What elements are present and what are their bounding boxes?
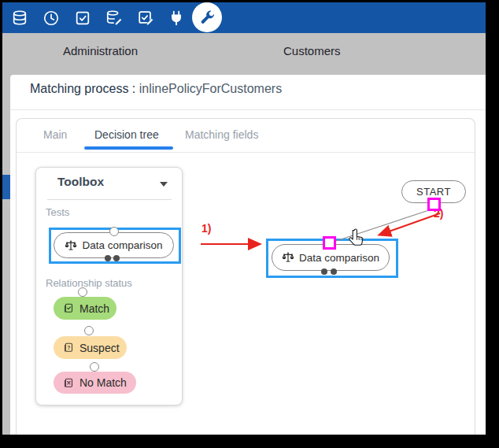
tab-main[interactable]: Main xyxy=(43,128,67,141)
breadcrumb-bar: Administration Customers xyxy=(2,33,486,69)
start-node-label: START xyxy=(416,186,451,198)
tab-matching-fields[interactable]: Matching fields xyxy=(185,128,258,141)
no-match-input-port[interactable] xyxy=(90,362,99,372)
database-edit-icon[interactable] xyxy=(105,9,123,27)
clock-icon[interactable] xyxy=(43,9,60,27)
wrench-tool-active-button[interactable] xyxy=(192,2,222,32)
toolbox-divider xyxy=(47,199,172,200)
toolbox-data-comparison-label: Data comparison xyxy=(82,239,162,251)
toolbox-dc-output-dot-left xyxy=(105,255,111,261)
canvas-dc-output-dot-left xyxy=(321,268,327,275)
tab-decision-tree[interactable]: Decision tree xyxy=(94,128,159,141)
canvas-start-node[interactable]: START xyxy=(401,180,466,203)
breadcrumb-customers[interactable]: Customers xyxy=(283,44,341,57)
toolbox-no-match-node[interactable]: No Match xyxy=(54,372,136,394)
scale-icon xyxy=(65,239,77,252)
database-icon[interactable] xyxy=(11,9,28,27)
tab-row-divider xyxy=(17,152,475,153)
annotation-step-2: 2) xyxy=(434,207,443,220)
match-input-port[interactable] xyxy=(78,287,87,297)
toolbox-dc-output-dot-right xyxy=(113,255,120,261)
annotation-step-1: 1) xyxy=(201,222,211,235)
suspect-input-port[interactable] xyxy=(84,326,94,335)
no-match-label: No Match xyxy=(79,376,127,389)
suspect-label: Suspect xyxy=(79,342,120,354)
top-navigation-bar xyxy=(2,2,486,33)
breadcrumb-administration[interactable]: Administration xyxy=(63,44,138,57)
canvas-data-comparison-label: Data comparison xyxy=(299,252,379,264)
toolbox-suspect-node[interactable]: ? Suspect xyxy=(54,336,127,359)
match-record-icon xyxy=(62,302,74,314)
plug-icon[interactable] xyxy=(168,9,185,27)
tasks-icon[interactable] xyxy=(74,9,91,27)
svg-text:?: ? xyxy=(67,345,70,350)
active-tab-underline xyxy=(84,146,173,150)
no-match-record-icon xyxy=(62,377,74,389)
collapse-caret-icon[interactable] xyxy=(160,182,168,187)
relationship-section-label: Relationship status xyxy=(46,277,132,289)
canvas-dc-output-dot-right xyxy=(331,268,337,275)
form-edit-icon[interactable] xyxy=(137,9,154,27)
match-label: Match xyxy=(79,302,109,315)
app-window: Administration Customers Matching proces… xyxy=(2,2,486,435)
toolbox-dc-input-port[interactable] xyxy=(109,227,119,236)
left-strip-blue-indicator xyxy=(2,175,10,199)
page-title: Matching process : inlinePolicyForCustom… xyxy=(30,82,282,96)
suspect-record-icon: ? xyxy=(62,342,74,354)
tests-section-label: Tests xyxy=(46,206,69,218)
canvas-data-comparison-node[interactable]: Data comparison xyxy=(272,244,390,271)
title-divider xyxy=(10,109,486,110)
toolbox-title: Toolbox xyxy=(57,175,104,189)
scale-icon xyxy=(282,251,294,264)
policy-name: inlinePolicyForCustomers xyxy=(139,82,282,95)
page-title-prefix: Matching process : xyxy=(30,82,135,95)
wrench-icon xyxy=(198,9,216,26)
toolbox-match-node[interactable]: Match xyxy=(54,297,116,320)
